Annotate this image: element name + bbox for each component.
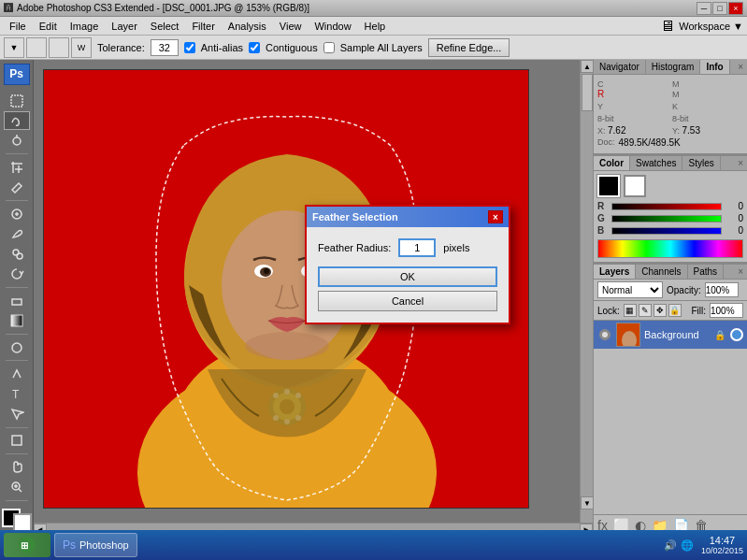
tool-zoom[interactable] bbox=[4, 478, 30, 496]
tolerance-input[interactable] bbox=[151, 39, 179, 56]
depth-label-1: 8-bit bbox=[597, 114, 614, 123]
tool-gradient[interactable] bbox=[4, 311, 30, 330]
menu-help[interactable]: Help bbox=[359, 19, 392, 34]
canvas-area[interactable]: Feather Selection × Feather Radius: pixe… bbox=[34, 60, 580, 523]
bg-color-swatch[interactable] bbox=[624, 175, 646, 197]
tool-magic-wand[interactable] bbox=[4, 132, 30, 151]
menu-edit[interactable]: Edit bbox=[34, 19, 63, 34]
r-slider[interactable] bbox=[611, 203, 722, 210]
feather-dialog: Feather Selection × Feather Radius: pixe… bbox=[305, 205, 510, 324]
g-value: 0 bbox=[725, 213, 743, 223]
menu-file[interactable]: File bbox=[4, 19, 32, 34]
foreground-color[interactable] bbox=[2, 509, 32, 532]
menu-view[interactable]: View bbox=[274, 19, 308, 34]
title-bar-controls[interactable]: ─ □ × bbox=[697, 2, 743, 15]
taskbar-photoshop[interactable]: Ps Photoshop bbox=[54, 533, 137, 557]
vertical-scrollbar[interactable]: ▲ ▼ bbox=[580, 60, 593, 523]
tool-spot-heal[interactable] bbox=[4, 205, 30, 223]
scroll-down-arrow[interactable]: ▼ bbox=[581, 496, 594, 510]
tool-eraser[interactable] bbox=[4, 292, 30, 310]
tab-paths[interactable]: Paths bbox=[688, 265, 725, 279]
fg-color-swatch[interactable] bbox=[597, 175, 620, 197]
b-value: 0 bbox=[725, 225, 743, 236]
lock-transparent-icon[interactable]: ▦ bbox=[624, 304, 637, 317]
fill-label: Fill: bbox=[691, 306, 706, 316]
menu-layer[interactable]: Layer bbox=[106, 19, 143, 34]
m-label: M bbox=[672, 79, 680, 89]
menu-filter[interactable]: Filter bbox=[186, 19, 220, 34]
tab-navigator[interactable]: Navigator bbox=[594, 60, 646, 74]
tool-eyedropper[interactable] bbox=[4, 179, 30, 197]
menu-window[interactable]: Window bbox=[309, 19, 356, 34]
b-slider[interactable] bbox=[611, 227, 722, 235]
scroll-thumb[interactable] bbox=[582, 74, 593, 111]
info-panel-close[interactable]: × bbox=[734, 60, 747, 74]
opacity-row: Opacity: bbox=[667, 282, 739, 297]
svg-point-1 bbox=[13, 137, 21, 145]
workspace-icon: 🖥 bbox=[660, 18, 675, 35]
lock-position-icon[interactable]: ✥ bbox=[654, 304, 667, 317]
ps-logo: Ps bbox=[4, 64, 30, 85]
layer-visibility-icon[interactable] bbox=[597, 327, 612, 342]
close-btn[interactable]: × bbox=[728, 2, 743, 15]
tool-preset-icon[interactable]: ▼ bbox=[4, 37, 24, 58]
anti-alias-checkbox[interactable] bbox=[184, 42, 195, 53]
tool-pen[interactable] bbox=[4, 365, 30, 383]
lock-image-icon[interactable]: ✎ bbox=[639, 304, 652, 317]
title-bar: 🅰 Adobe Photoshop CS3 Extended - [DSC_00… bbox=[0, 0, 747, 17]
blend-mode-select[interactable]: Normal Multiply Screen bbox=[597, 281, 663, 298]
scroll-up-arrow[interactable]: ▲ bbox=[581, 60, 594, 73]
cancel-button[interactable]: Cancel bbox=[318, 291, 497, 311]
tab-layers[interactable]: Layers bbox=[594, 265, 636, 279]
maximize-btn[interactable]: □ bbox=[712, 2, 727, 15]
taskbar-ps-icon: Ps bbox=[63, 538, 76, 552]
minimize-btn[interactable]: ─ bbox=[697, 2, 711, 15]
tool-brush[interactable] bbox=[4, 225, 30, 244]
canvas-wrapper: Feather Selection × Feather Radius: pixe… bbox=[34, 60, 593, 536]
feather-dialog-close[interactable]: × bbox=[488, 210, 503, 223]
tab-histogram[interactable]: Histogram bbox=[646, 60, 701, 74]
g-slider[interactable] bbox=[611, 215, 722, 223]
tab-channels[interactable]: Channels bbox=[636, 265, 687, 279]
start-button[interactable]: ⊞ bbox=[4, 533, 50, 557]
tab-swatches[interactable]: Swatches bbox=[630, 156, 682, 170]
taskbar: ⊞ Ps Photoshop 🔊 🌐 14:47 10/02/2015 bbox=[0, 530, 747, 560]
anti-alias-label: Anti-alias bbox=[201, 42, 243, 53]
info-col-m: M M bbox=[672, 79, 743, 99]
canvas-and-vscroll: Feather Selection × Feather Radius: pixe… bbox=[34, 60, 593, 523]
spectrum-bar[interactable] bbox=[597, 239, 743, 258]
color-panel-close[interactable]: × bbox=[734, 156, 747, 170]
tool-text[interactable]: T bbox=[4, 385, 30, 404]
tab-color[interactable]: Color bbox=[594, 156, 630, 170]
tool-clone[interactable] bbox=[4, 245, 30, 264]
menu-select[interactable]: Select bbox=[145, 19, 185, 34]
tool-dodge[interactable] bbox=[4, 338, 30, 357]
right-panel: Navigator Histogram Info × C R M M Y bbox=[593, 60, 747, 536]
y-label: Y bbox=[597, 102, 603, 111]
svg-rect-9 bbox=[11, 315, 22, 326]
c-label: C bbox=[597, 79, 604, 89]
layers-panel-close[interactable]: × bbox=[734, 265, 747, 279]
contiguous-checkbox[interactable] bbox=[249, 42, 260, 53]
tool-marquee[interactable] bbox=[4, 92, 30, 110]
layer-item-background[interactable]: Background 🔒 bbox=[594, 321, 747, 349]
menu-image[interactable]: Image bbox=[65, 19, 105, 34]
tool-crop[interactable] bbox=[4, 158, 30, 177]
tool-path-select[interactable] bbox=[4, 405, 30, 424]
workspace-label[interactable]: Workspace ▼ bbox=[679, 21, 743, 32]
menu-analysis[interactable]: Analysis bbox=[223, 19, 272, 34]
refine-edge-btn[interactable]: Refine Edge... bbox=[428, 38, 510, 57]
tool-hand[interactable] bbox=[4, 458, 30, 477]
tool-lasso[interactable] bbox=[4, 111, 30, 130]
sample-all-checkbox[interactable] bbox=[323, 42, 335, 53]
tool-shape[interactable] bbox=[4, 431, 30, 450]
opacity-input[interactable] bbox=[705, 282, 739, 297]
fill-input[interactable] bbox=[710, 303, 743, 318]
tool-history[interactable] bbox=[4, 266, 30, 284]
tab-styles[interactable]: Styles bbox=[682, 156, 720, 170]
lock-all-icon[interactable]: 🔒 bbox=[668, 304, 682, 317]
ok-button[interactable]: OK bbox=[318, 266, 497, 287]
feather-radius-input[interactable] bbox=[398, 238, 436, 257]
b-label: B bbox=[597, 225, 609, 236]
tab-info[interactable]: Info bbox=[700, 60, 729, 74]
